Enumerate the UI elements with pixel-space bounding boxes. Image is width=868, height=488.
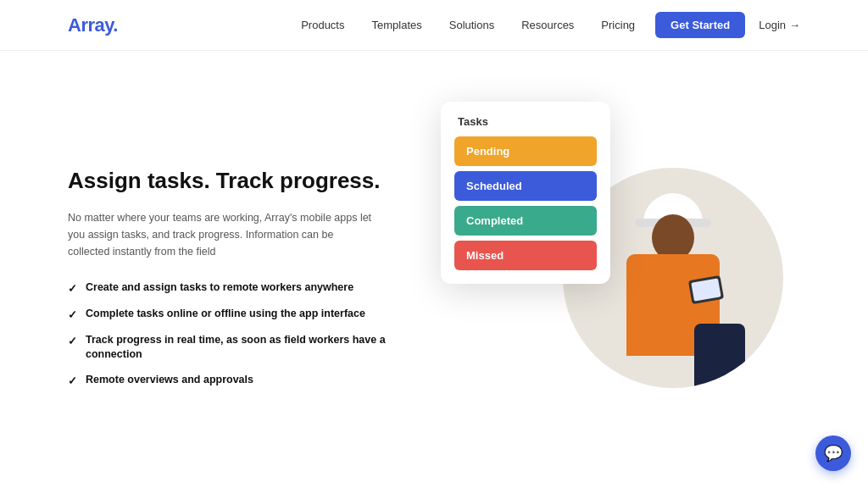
check-icon-1: ✓ <box>68 281 77 297</box>
subtext: No matter where your teams are working, … <box>68 209 373 260</box>
worker-tablet-screen <box>691 278 721 301</box>
chat-bubble-button[interactable]: 💬 <box>815 435 851 471</box>
navbar: Array. Products Templates Solutions Reso… <box>0 0 868 51</box>
check-icon-3: ✓ <box>68 334 77 349</box>
badge-scheduled[interactable]: Scheduled <box>454 171 597 201</box>
nav-resources[interactable]: Resources <box>521 19 574 31</box>
nav-products[interactable]: Products <box>301 19 344 31</box>
badge-completed[interactable]: Completed <box>454 206 597 236</box>
tasks-card: Tasks Pending Scheduled Completed Missed <box>441 102 610 284</box>
check-icon-2: ✓ <box>68 308 77 323</box>
left-content: Assign tasks. Track progress. No matter … <box>68 167 407 389</box>
nav-links: Products Templates Solutions Resources P… <box>301 19 635 31</box>
badge-missed[interactable]: Missed <box>454 241 597 270</box>
nav-solutions[interactable]: Solutions <box>449 19 494 31</box>
tasks-card-title: Tasks <box>454 115 597 128</box>
feature-3: ✓ Track progress in real time, as soon a… <box>68 333 407 363</box>
login-link[interactable]: Login → <box>759 19 800 31</box>
worker-body <box>626 254 720 356</box>
logo: Array. <box>68 14 118 36</box>
nav-templates[interactable]: Templates <box>371 19 421 31</box>
right-content: Tasks Pending Scheduled Completed Missed <box>407 85 800 471</box>
get-started-button[interactable]: Get Started <box>655 12 745 38</box>
feature-2: ✓ Complete tasks online or offline using… <box>68 307 407 323</box>
features-list: ✓ Create and assign tasks to remote work… <box>68 280 407 390</box>
feature-4: ✓ Remote overviews and approvals <box>68 373 407 389</box>
nav-pricing[interactable]: Pricing <box>601 19 635 31</box>
check-icon-4: ✓ <box>68 374 77 389</box>
badge-pending[interactable]: Pending <box>454 136 597 166</box>
worker-jacket <box>694 324 745 388</box>
chat-icon: 💬 <box>824 444 843 463</box>
feature-1: ✓ Create and assign tasks to remote work… <box>68 280 407 297</box>
headline: Assign tasks. Track progress. <box>68 167 407 196</box>
main-section: Assign tasks. Track progress. No matter … <box>0 51 868 488</box>
